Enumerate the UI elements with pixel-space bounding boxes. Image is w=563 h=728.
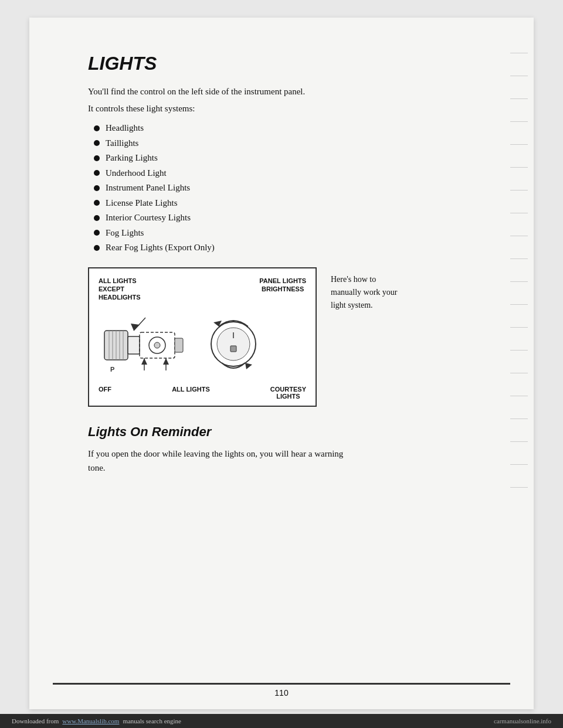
- list-item: Underhood Light: [94, 166, 487, 181]
- downloaded-text: Downloaded from: [12, 717, 59, 724]
- light-systems-list: Headlights Taillights Parking Lights Und…: [94, 121, 487, 256]
- svg-rect-17: [175, 338, 183, 352]
- diagram-label-left: ALL LIGHTS EXCEPT HEADLIGHTS: [99, 277, 141, 302]
- bullet-icon: [94, 230, 100, 236]
- site-suffix: manuals search engine: [123, 717, 181, 724]
- intro-text-1: You'll find the control on the left side…: [88, 85, 487, 98]
- svg-text:P: P: [110, 366, 114, 373]
- svg-rect-8: [128, 336, 140, 354]
- footer-line: [53, 683, 510, 685]
- list-item: Taillights: [94, 136, 487, 151]
- diagram-caption: Here's how to manually work your light s…: [331, 267, 398, 312]
- list-item: Interior Courtesy Lights: [94, 210, 487, 226]
- intro-text-2: It controls these light systems:: [88, 102, 487, 115]
- bottom-bar: Downloaded from www.Manualslib.com manua…: [0, 714, 563, 728]
- list-item: Headlights: [94, 121, 487, 136]
- margin-lines: [504, 18, 534, 709]
- label-off: OFF: [99, 386, 111, 400]
- bullet-icon: [94, 140, 100, 146]
- svg-rect-23: [230, 346, 236, 352]
- section2-heading: Lights On Reminder: [88, 424, 487, 440]
- diagram-box: ALL LIGHTS EXCEPT HEADLIGHTS PANEL LIGHT…: [88, 267, 317, 407]
- label-all-lights: ALL LIGHTS: [172, 386, 210, 400]
- list-item: Fog Lights: [94, 226, 487, 241]
- list-item: Rear Fog Lights (Export Only): [94, 240, 487, 256]
- bullet-icon: [94, 155, 100, 161]
- svg-point-11: [154, 342, 160, 348]
- list-item: Instrument Panel Lights: [94, 181, 487, 196]
- bullet-icon: [94, 200, 100, 206]
- label-courtesy: COURTESY LIGHTS: [270, 386, 306, 400]
- page-footer: 110: [29, 683, 534, 698]
- bullet-icon: [94, 215, 100, 221]
- page-title: LIGHTS: [88, 53, 487, 74]
- svg-marker-15: [163, 358, 169, 365]
- diagram-label-right: PANEL LIGHTS BRIGHTNESS: [259, 277, 306, 302]
- bullet-icon: [94, 245, 100, 251]
- svg-marker-13: [141, 358, 147, 365]
- site-logo-text: carmanualsonline.info: [494, 717, 551, 724]
- bullet-icon: [94, 125, 100, 131]
- list-item: Parking Lights: [94, 151, 487, 166]
- list-item: License Plate Lights: [94, 196, 487, 211]
- svg-marker-21: [245, 363, 252, 369]
- section2-text: If you open the door while leaving the l…: [88, 447, 452, 475]
- bullet-icon: [94, 185, 100, 191]
- bullet-icon: [94, 170, 100, 176]
- page-content: LIGHTS You'll find the control on the le…: [29, 18, 534, 709]
- diagram-bottom-labels: OFF ALL LIGHTS COURTESY LIGHTS: [99, 386, 306, 400]
- diagram-svg: P: [99, 306, 310, 382]
- manualslib-link[interactable]: www.Manualslib.com: [62, 717, 119, 724]
- diagram-section: ALL LIGHTS EXCEPT HEADLIGHTS PANEL LIGHT…: [88, 267, 487, 407]
- page-number: 110: [29, 688, 534, 698]
- diagram-top-labels: ALL LIGHTS EXCEPT HEADLIGHTS PANEL LIGHT…: [99, 277, 306, 302]
